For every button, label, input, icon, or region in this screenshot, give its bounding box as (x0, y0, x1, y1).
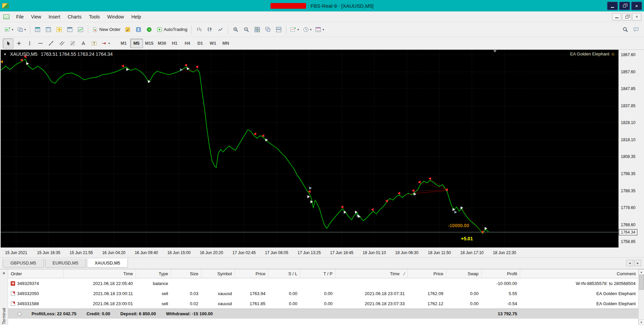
column-header-symbol[interactable]: Symbol (201, 269, 235, 278)
tile-horizontal-button[interactable] (273, 25, 284, 35)
equidistant-channel-button[interactable] (56, 38, 67, 48)
column-header-type[interactable]: Type (136, 269, 171, 278)
column-header-tp[interactable]: T / P (300, 269, 335, 278)
column-header-size[interactable]: Size (171, 269, 201, 278)
column-header-swap[interactable]: Swap (446, 269, 481, 278)
chart-tab-eurusd[interactable]: EURUSD,M5 (45, 259, 86, 268)
horizontal-line-button[interactable] (35, 38, 46, 48)
timeframe-m1[interactable]: M1 (117, 39, 130, 48)
chart-tab-xauusd[interactable]: XAUUSD,M5 (87, 259, 128, 268)
child-minimize-button[interactable] (612, 13, 621, 21)
tab-scroll-right-button[interactable]: ► (634, 260, 641, 266)
order-number: 349331588 (17, 301, 39, 306)
vertical-line-icon (27, 41, 33, 46)
menu-window[interactable]: Window (104, 12, 128, 22)
column-header-order[interactable]: Order (8, 269, 63, 278)
toolbar-line-studies: ▾ M1M5M15M30H1H4D1W1MN (0, 37, 644, 50)
fibonacci-button[interactable] (67, 38, 78, 48)
menu-insert[interactable]: Insert (45, 12, 64, 22)
restore-button[interactable] (619, 2, 630, 10)
timeframe-m30[interactable]: M30 (156, 39, 168, 48)
scroll-up-icon[interactable]: ▲ (639, 269, 644, 275)
news-button[interactable] (144, 25, 155, 35)
autotrading-button[interactable]: AutoTrading (155, 25, 189, 35)
chart-tab-gbpusd[interactable]: GBPUSD,M5 (3, 259, 44, 268)
arrows-button[interactable]: ▾ (99, 38, 112, 48)
column-header-close-time[interactable]: Time / (335, 269, 407, 278)
terminal-scrollbar[interactable]: ▲ ▼ (638, 269, 644, 325)
time-label: 15 Jun 16:35 (32, 250, 65, 255)
child-close-button[interactable]: × (632, 13, 641, 21)
chart-ohlc: 1763.51 1764.55 1763.24 1764.34 (41, 51, 113, 57)
order-row[interactable]: 349331588 2021.06.18 23:00:01 sell 0.02 … (8, 298, 638, 309)
smiley-icon: ☺ (611, 51, 615, 56)
tab-scroll-left-button[interactable]: ◄ (626, 260, 633, 266)
column-header-open-time[interactable]: Time (63, 269, 136, 278)
menu-tools[interactable]: Tools (85, 12, 104, 22)
profiles-button[interactable]: ▾ (15, 25, 28, 35)
menu-view[interactable]: View (28, 12, 45, 22)
symbol-search-button[interactable] (620, 25, 631, 35)
timeframe-mn[interactable]: MN (219, 39, 232, 48)
menu-help[interactable]: Help (128, 12, 145, 22)
new-order-button[interactable]: New Order (90, 25, 122, 35)
close-button[interactable]: × (631, 2, 642, 10)
chat-button[interactable] (631, 25, 641, 35)
cell: 349329374 (8, 281, 63, 286)
terminal-close-button[interactable]: × (2, 271, 5, 276)
market-watch-button[interactable] (32, 25, 43, 35)
vertical-line-button[interactable] (24, 38, 35, 48)
text-label-button[interactable] (89, 38, 99, 48)
crosshair-button[interactable] (13, 38, 24, 48)
templates-button[interactable]: ▾ (313, 25, 326, 35)
scroll-down-icon[interactable]: ▼ (639, 320, 644, 325)
navigator-button[interactable] (54, 25, 64, 35)
menu-file[interactable]: File (12, 12, 28, 22)
order-row-balance[interactable]: 349329374 2021.06.18 22:05:40 balance -1… (8, 278, 638, 288)
column-header-profit[interactable]: Profit (481, 269, 520, 278)
navigator-icon (56, 27, 62, 32)
chart-plot[interactable]: -10000.00+5.01 ▼ XAUUSD,M5 1763.51 1764.… (1, 50, 618, 247)
order-row[interactable]: 349332050 2021.06.18 23:00:11 sell 0.03 … (8, 288, 638, 298)
timeframe-h1[interactable]: H1 (168, 39, 181, 48)
cursor-button[interactable] (3, 38, 13, 48)
text-button[interactable] (78, 38, 89, 48)
line-chart-button[interactable] (215, 25, 226, 35)
data-window-button[interactable] (43, 25, 54, 35)
terminal-caption[interactable]: × Terminal (0, 269, 8, 325)
trendline-button[interactable] (46, 38, 56, 48)
strategy-tester-button[interactable] (75, 25, 86, 35)
column-header-price[interactable]: Price (235, 269, 268, 278)
price-scale[interactable]: 1867.601857.601847.851837.851828.101818.… (618, 50, 644, 247)
zoom-in-button[interactable] (230, 25, 241, 35)
experts-button[interactable] (133, 25, 144, 35)
cascade-windows-button[interactable] (262, 25, 273, 35)
price-label: 1828.10 (621, 120, 635, 125)
indicators-button[interactable]: ▾ (288, 25, 301, 35)
new-chart-button[interactable]: ▾ (3, 25, 15, 35)
periods-button[interactable]: ▾ (301, 25, 314, 35)
titlebar[interactable]: : FBS-Real-9 - [XAUUSD,M5] × (0, 0, 644, 11)
column-header-sl[interactable]: S / L (268, 269, 300, 278)
timeframe-m15[interactable]: M15 (143, 39, 156, 48)
time-axis[interactable]: 15 Jun 202115 Jun 16:3515 Jun 21:5516 Ju… (1, 247, 618, 257)
tile-windows-button[interactable] (252, 25, 262, 35)
timeframe-m5[interactable]: M5 (130, 39, 143, 48)
timeframe-d1[interactable]: D1 (194, 39, 207, 48)
price-label: 1798.35 (621, 171, 635, 176)
zoom-out-button[interactable] (241, 25, 252, 35)
child-restore-button[interactable] (622, 13, 631, 21)
column-header-close-price[interactable]: Price (407, 269, 446, 278)
scroll-thumb[interactable] (639, 275, 644, 290)
column-header-comment[interactable]: Comment (520, 269, 638, 278)
minimize-button[interactable] (607, 2, 618, 10)
bar-chart-button[interactable] (194, 25, 204, 35)
collapse-icon[interactable]: ▼ (3, 52, 7, 56)
price-chart[interactable]: -10000.00+5.01 (1, 50, 618, 247)
metaeditor-button[interactable] (122, 25, 133, 35)
timeframe-w1[interactable]: W1 (207, 39, 219, 48)
terminal-button[interactable] (64, 25, 75, 35)
candlestick-chart-button[interactable] (204, 25, 215, 35)
menu-charts[interactable]: Charts (64, 12, 85, 22)
timeframe-h4[interactable]: H4 (181, 39, 194, 48)
